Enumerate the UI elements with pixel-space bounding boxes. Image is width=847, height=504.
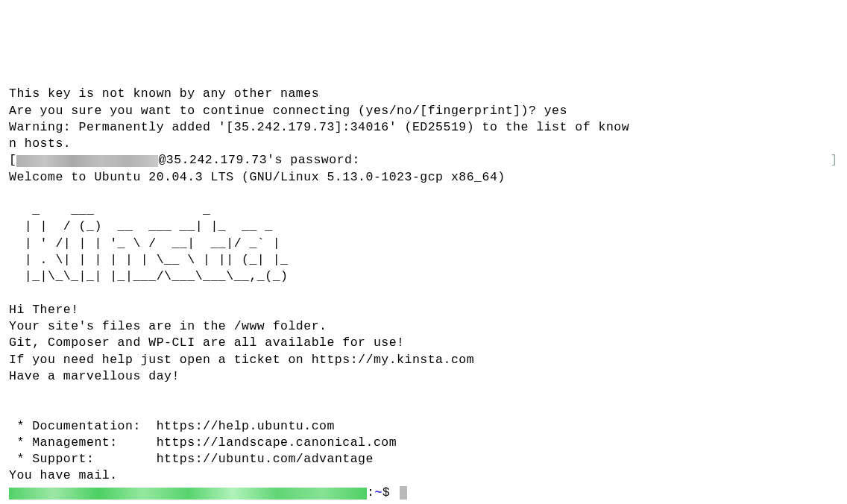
password-prompt-text: @35.242.179.73's password:	[158, 153, 359, 167]
motd-bye: Have a marvellous day!	[9, 369, 180, 383]
motd-tools: Git, Composer and WP-CLI are all availab…	[9, 336, 404, 350]
ssh-key-warning: This key is not known by any other names	[9, 86, 319, 101]
password-prompt-close: ]	[831, 152, 838, 168]
ascii-logo-3: | ' /| | | '_ \ / __| __|/ _` |	[9, 236, 280, 251]
ssh-hosts-added-1: Warning: Permanently added '[35.242.179.…	[9, 120, 629, 134]
cursor[interactable]	[400, 486, 407, 500]
link-sup-label: * Support:	[9, 452, 157, 466]
link-doc-label: * Documentation:	[9, 419, 157, 433]
redacted-prompt-userhost	[9, 488, 367, 500]
prompt-symbol: $	[382, 485, 390, 500]
motd-files: Your site's files are in the /www folder…	[9, 319, 327, 333]
link-mgmt-label: * Management:	[9, 435, 157, 450]
redacted-username	[16, 155, 158, 167]
prompt-sep: :	[367, 485, 374, 500]
ascii-logo-2: | | / (_) __ ___ __| |_ __ _	[9, 219, 273, 233]
ascii-logo-4: | . \| | | | | | \__ \ | || (_| |_	[9, 253, 288, 267]
terminal-output[interactable]: This key is not known by any other names…	[9, 69, 838, 501]
password-prompt-open: [	[9, 153, 16, 167]
prompt-path: ~	[374, 485, 382, 500]
link-doc-url: https://help.ubuntu.com	[157, 419, 335, 433]
motd-greeting: Hi There!	[9, 303, 79, 317]
ascii-logo-1: _ ___ _	[9, 203, 210, 217]
link-sup-url: https://ubuntu.com/advantage	[157, 452, 374, 466]
link-mgmt-url: https://landscape.canonical.com	[157, 435, 397, 450]
welcome-line: Welcome to Ubuntu 20.04.3 LTS (GNU/Linux…	[9, 170, 506, 184]
motd-help: If you need help just open a ticket on h…	[9, 353, 474, 367]
mail-notice: You have mail.	[9, 468, 118, 482]
ssh-hosts-added-2: n hosts.	[9, 136, 71, 151]
ascii-logo-5: |_|\_\_|_| |_|___/\___\___\__,_(_)	[9, 269, 288, 283]
ssh-continue-prompt: Are you sure you want to continue connec…	[9, 104, 567, 118]
